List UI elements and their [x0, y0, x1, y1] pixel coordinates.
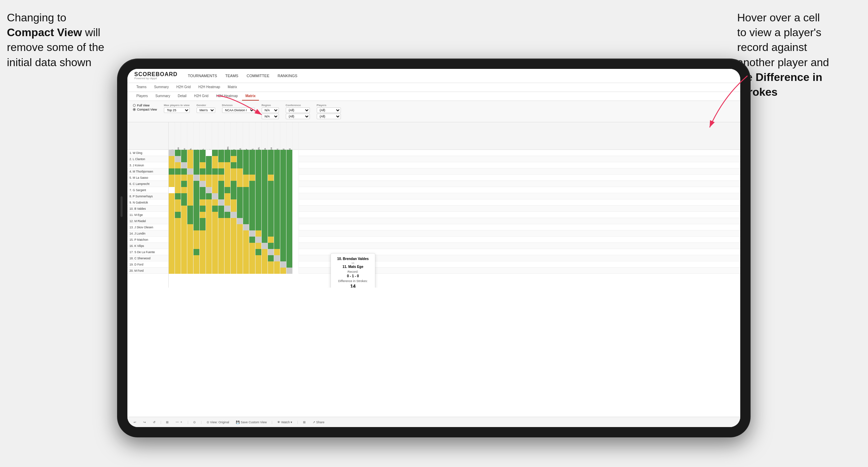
grid-cell[interactable] — [194, 175, 200, 181]
grid-cell[interactable] — [169, 175, 175, 181]
grid-cell[interactable] — [218, 237, 224, 243]
grid-cell[interactable] — [249, 230, 255, 237]
grid-cell[interactable] — [218, 199, 224, 206]
grid-cell[interactable] — [268, 212, 274, 218]
grid-cell[interactable] — [224, 187, 231, 193]
grid-cell[interactable] — [224, 193, 231, 199]
grid-cell[interactable] — [237, 249, 243, 255]
undo-button[interactable]: ↩ — [132, 420, 138, 425]
tab-summary2[interactable]: Summary — [152, 92, 174, 101]
grid-cell[interactable] — [286, 199, 293, 206]
grid-cell[interactable] — [237, 206, 243, 212]
grid-cell[interactable] — [175, 224, 181, 230]
grid-cell[interactable] — [169, 212, 175, 218]
grid-cell[interactable] — [293, 199, 299, 206]
grid-cell[interactable] — [175, 168, 181, 175]
tab-players[interactable]: Players — [133, 92, 151, 101]
grid-cell[interactable] — [255, 212, 262, 218]
grid-cell[interactable] — [280, 261, 286, 268]
grid-cell[interactable] — [200, 218, 206, 224]
grid-cell[interactable] — [262, 187, 268, 193]
grid-cell[interactable] — [224, 261, 231, 268]
grid-cell[interactable] — [255, 187, 262, 193]
grid-cell[interactable] — [194, 268, 200, 274]
grid-cell[interactable] — [181, 255, 187, 261]
grid-cell[interactable] — [274, 156, 280, 162]
grid-cell[interactable] — [187, 224, 194, 230]
grid-cell[interactable] — [231, 212, 237, 218]
grid-cell[interactable] — [212, 206, 218, 212]
grid-cell[interactable] — [181, 224, 187, 230]
grid-cell[interactable] — [194, 218, 200, 224]
grid-cell[interactable] — [268, 181, 274, 187]
grid-cell[interactable] — [286, 193, 293, 199]
conference-select2[interactable]: (All) — [286, 114, 310, 119]
grid-cell[interactable] — [231, 162, 237, 168]
grid-cell[interactable] — [293, 261, 299, 268]
grid-cell[interactable] — [274, 249, 280, 255]
grid-cell[interactable] — [224, 162, 231, 168]
grid-cell[interactable] — [286, 255, 293, 261]
tab-matrix[interactable]: Matrix — [224, 83, 240, 92]
grid-cell[interactable] — [175, 193, 181, 199]
grid-cell[interactable] — [175, 199, 181, 206]
grid-cell[interactable] — [293, 243, 299, 249]
tab-summary[interactable]: Summary — [150, 83, 172, 92]
grid-cell[interactable] — [280, 230, 286, 237]
grid-cell[interactable] — [181, 243, 187, 249]
layout-button[interactable]: ⊞ — [301, 420, 308, 425]
grid-cell[interactable] — [231, 193, 237, 199]
grid-cell[interactable] — [249, 168, 255, 175]
grid-cell[interactable] — [286, 249, 293, 255]
grid-cell[interactable] — [212, 224, 218, 230]
grid-cell[interactable] — [212, 255, 218, 261]
grid-cell[interactable] — [231, 268, 237, 274]
grid-cell[interactable] — [187, 193, 194, 199]
grid-cell[interactable] — [212, 175, 218, 181]
grid-cell[interactable] — [243, 261, 249, 268]
grid-cell[interactable] — [243, 193, 249, 199]
grid-cell[interactable] — [237, 193, 243, 199]
grid-cell[interactable] — [286, 261, 293, 268]
conference-select[interactable]: (All) — [286, 107, 310, 113]
grid-cell[interactable] — [293, 175, 299, 181]
grid-cell[interactable] — [268, 261, 274, 268]
grid-cell[interactable] — [200, 237, 206, 243]
grid-cell[interactable] — [262, 156, 268, 162]
grid-cell[interactable] — [194, 181, 200, 187]
grid-cell[interactable] — [169, 199, 175, 206]
grid-cell[interactable] — [206, 150, 212, 156]
grid-cell[interactable] — [218, 230, 224, 237]
grid-cell[interactable] — [175, 249, 181, 255]
grid-cell[interactable] — [187, 218, 194, 224]
grid-cell[interactable] — [280, 212, 286, 218]
grid-cell[interactable] — [175, 162, 181, 168]
grid-cell[interactable] — [262, 249, 268, 255]
grid-cell[interactable] — [286, 237, 293, 243]
grid-cell[interactable] — [286, 187, 293, 193]
grid-cell[interactable] — [181, 261, 187, 268]
grid-cell[interactable] — [169, 268, 175, 274]
grid-cell[interactable] — [187, 156, 194, 162]
grid-cell[interactable] — [169, 224, 175, 230]
grid-cell[interactable] — [280, 249, 286, 255]
grid-cell[interactable] — [181, 218, 187, 224]
grid-cell[interactable] — [175, 150, 181, 156]
grid-cell[interactable] — [243, 268, 249, 274]
view-original-button[interactable]: ⊙ View: Original — [205, 420, 231, 425]
grid-cell[interactable] — [293, 212, 299, 218]
grid-cell[interactable] — [212, 193, 218, 199]
grid-cell[interactable] — [218, 249, 224, 255]
grid-cell[interactable] — [255, 218, 262, 224]
grid-cell[interactable] — [194, 249, 200, 255]
grid-cell[interactable] — [187, 162, 194, 168]
grid-cell[interactable] — [237, 218, 243, 224]
grid-cell[interactable] — [243, 255, 249, 261]
grid-cell[interactable] — [237, 162, 243, 168]
grid-cell[interactable] — [255, 206, 262, 212]
grid-cell[interactable] — [200, 156, 206, 162]
grid-cell[interactable] — [187, 230, 194, 237]
grid-cell[interactable] — [169, 261, 175, 268]
grid-cell[interactable] — [243, 212, 249, 218]
grid-cell[interactable] — [231, 199, 237, 206]
